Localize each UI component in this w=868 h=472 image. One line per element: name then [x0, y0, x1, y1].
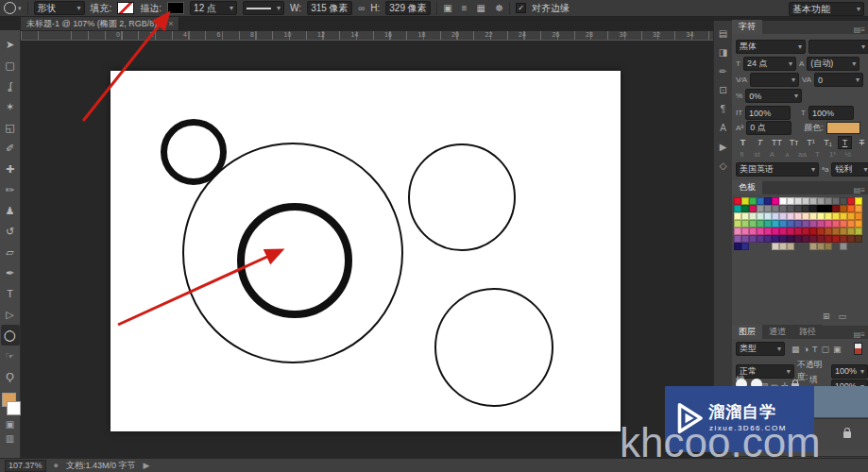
color-swatch[interactable]: [734, 197, 741, 205]
color-swatch[interactable]: [794, 212, 802, 220]
color-swatch[interactable]: [802, 243, 809, 250]
color-swatch[interactable]: [832, 205, 840, 212]
clone-stamp-tool[interactable]: ♟: [1, 200, 20, 221]
color-swatch[interactable]: [772, 228, 779, 235]
color-swatch[interactable]: [832, 220, 840, 228]
color-swatch[interactable]: [802, 228, 809, 235]
background-color-swatch[interactable]: [7, 401, 21, 415]
color-swatch[interactable]: [734, 212, 741, 220]
color-swatch[interactable]: [764, 243, 772, 250]
ordinals-button[interactable]: 1ˢ: [826, 149, 839, 160]
color-swatch[interactable]: [802, 235, 809, 243]
color-swatch[interactable]: [809, 220, 817, 228]
color-swatch[interactable]: [794, 197, 802, 205]
color-swatch[interactable]: [855, 212, 862, 220]
color-swatch[interactable]: [840, 220, 847, 228]
contextual-alternates-button[interactable]: st: [751, 149, 763, 160]
color-swatch[interactable]: [809, 205, 817, 212]
color-swatch[interactable]: [749, 228, 757, 235]
underline-button[interactable]: T: [838, 136, 852, 149]
color-swatch[interactable]: [809, 228, 817, 235]
stroke-color-swatch[interactable]: [167, 2, 184, 14]
color-swatch[interactable]: [772, 212, 779, 220]
ligatures-button[interactable]: fi: [736, 149, 748, 160]
color-swatch[interactable]: [832, 243, 840, 250]
font-style-dropdown[interactable]: [808, 40, 868, 54]
color-swatch[interactable]: [840, 228, 847, 235]
color-swatch[interactable]: [741, 212, 749, 220]
color-swatch[interactable]: [772, 197, 779, 205]
color-swatch[interactable]: [832, 197, 840, 205]
shape-height-input[interactable]: 329 像素: [385, 1, 431, 15]
baseline-shift-input[interactable]: 0 点: [746, 121, 791, 135]
crop-tool[interactable]: ◱: [1, 117, 20, 138]
history-panel-icon[interactable]: ▤: [719, 28, 727, 39]
color-swatch[interactable]: [787, 243, 794, 250]
color-swatch[interactable]: [847, 205, 855, 212]
document-tab[interactable]: 未标题-1 @ 107% (椭圆 2, RGB/8) * ×: [21, 17, 179, 30]
color-swatch[interactable]: [794, 243, 802, 250]
color-swatch[interactable]: [764, 220, 772, 228]
path-selection-tool[interactable]: ▷: [1, 304, 20, 325]
stroke-width-dropdown[interactable]: 12 点: [190, 1, 237, 15]
color-swatch[interactable]: [855, 228, 862, 235]
color-swatch[interactable]: [741, 235, 749, 243]
color-swatch[interactable]: [757, 243, 764, 250]
color-swatch[interactable]: [802, 220, 809, 228]
text-color-swatch[interactable]: [826, 122, 860, 134]
color-swatch[interactable]: [832, 228, 840, 235]
color-swatch[interactable]: [794, 220, 802, 228]
color-swatch[interactable]: [787, 205, 794, 212]
tab-paths[interactable]: 路径: [792, 325, 823, 339]
color-swatch[interactable]: [847, 212, 855, 220]
stroke-type-dropdown[interactable]: [243, 1, 284, 15]
color-swatch[interactable]: [779, 197, 787, 205]
filter-smartobject-icon[interactable]: ▣: [833, 345, 842, 354]
color-swatch[interactable]: [764, 205, 772, 212]
link-dimensions-icon[interactable]: ∞: [358, 3, 365, 13]
color-swatch[interactable]: [817, 212, 825, 220]
delete-swatch-icon[interactable]: ▭: [839, 312, 847, 321]
strikethrough-button[interactable]: T: [855, 136, 868, 149]
faux-bold-button[interactable]: T: [736, 136, 750, 149]
color-swatch[interactable]: [817, 205, 825, 212]
color-swatch[interactable]: [757, 220, 764, 228]
color-swatch[interactable]: [802, 205, 809, 212]
tool-preset-picker[interactable]: ▾: [4, 2, 22, 14]
color-swatch[interactable]: [764, 212, 772, 220]
color-swatch[interactable]: [749, 220, 757, 228]
color-swatch[interactable]: [764, 235, 772, 243]
workspace-dropdown[interactable]: 基本功能: [789, 2, 864, 16]
3d-panel-icon[interactable]: ◇: [720, 160, 727, 171]
marquee-tool[interactable]: ▢: [1, 55, 20, 76]
antialias-dropdown[interactable]: 锐利: [831, 162, 868, 177]
magic-wand-tool[interactable]: ✶: [1, 96, 20, 117]
filter-adjustment-icon[interactable]: ◑: [804, 345, 808, 354]
color-swatch[interactable]: [855, 220, 862, 228]
color-swatch[interactable]: [855, 243, 862, 250]
character-styles-panel-icon[interactable]: A: [720, 123, 726, 133]
all-caps-button[interactable]: TT: [770, 136, 784, 149]
color-swatch[interactable]: [734, 205, 741, 212]
color-swatch[interactable]: [764, 197, 772, 205]
panel-menu-icon[interactable]: ▤≡: [854, 330, 868, 339]
color-swatch[interactable]: [825, 197, 832, 205]
zoom-level-field[interactable]: 107.37%: [5, 460, 46, 472]
color-swatch[interactable]: [787, 228, 794, 235]
paragraph-panel-icon[interactable]: ¶: [721, 104, 725, 114]
status-expand-icon[interactable]: ▶: [144, 461, 150, 470]
color-swatch[interactable]: [741, 197, 749, 205]
color-swatch[interactable]: [855, 205, 862, 212]
filter-shape-icon[interactable]: ▢: [821, 345, 829, 354]
font-size-dropdown[interactable]: 24 点: [743, 57, 796, 71]
color-swatch[interactable]: [741, 243, 749, 250]
color-swatch[interactable]: [825, 212, 832, 220]
color-swatch[interactable]: [741, 220, 749, 228]
kerning-dropdown[interactable]: [750, 73, 799, 87]
faux-italic-button[interactable]: T: [753, 136, 767, 149]
color-swatch[interactable]: [757, 205, 764, 212]
color-swatch[interactable]: [847, 235, 855, 243]
color-swatch[interactable]: [825, 220, 832, 228]
color-swatch[interactable]: [779, 205, 787, 212]
color-swatch[interactable]: [832, 212, 840, 220]
